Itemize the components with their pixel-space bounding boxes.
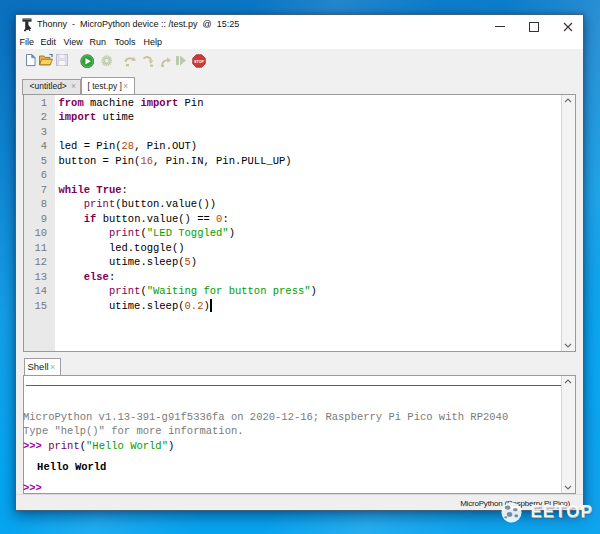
svg-text:STOP: STOP [194, 59, 204, 63]
